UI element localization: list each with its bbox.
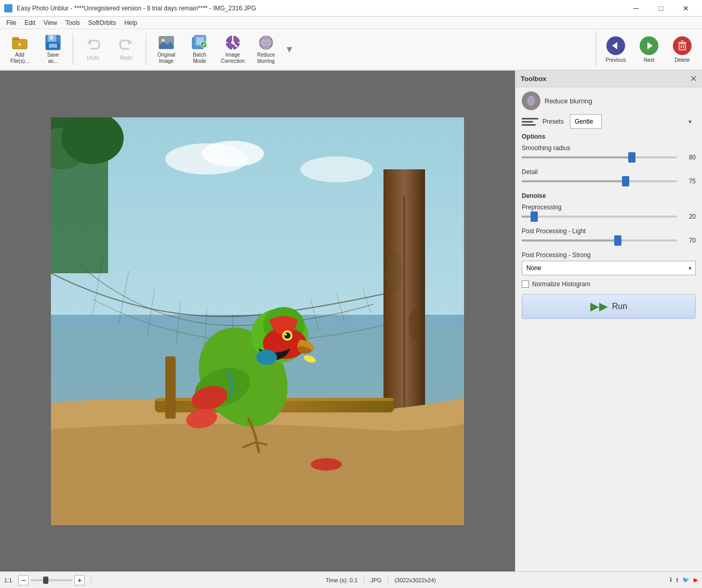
toolbar-more-icon[interactable]: ▼ — [285, 44, 294, 55]
post-strong-group: Post Processing - Strong None Light Medi… — [522, 251, 696, 275]
add-files-label: AddFile(s)... — [10, 52, 29, 64]
toolbox-header: Toolbox ✕ — [515, 71, 702, 87]
blur-icon — [258, 34, 274, 51]
smoothing-radius-group: Smoothing radius 80 — [522, 144, 696, 161]
normalize-checkbox[interactable] — [522, 280, 529, 288]
svg-point-36 — [300, 156, 373, 182]
youtube-icon[interactable]: ▶ — [694, 577, 698, 583]
presets-row: Presets Gentle Medium Strong Custom — [522, 114, 696, 129]
svg-point-71 — [284, 332, 290, 339]
toolbox-content: Reduce blurring Presets Gentle Medium St… — [515, 87, 702, 571]
undo-button[interactable]: Undo — [77, 32, 109, 67]
info-icon[interactable]: ℹ — [670, 577, 672, 583]
next-label: Next — [644, 57, 655, 63]
svg-point-45 — [386, 252, 402, 294]
denoise-label: Denoise — [522, 192, 696, 199]
photo-display — [51, 117, 464, 525]
main-area: Toolbox ✕ Reduce blurring — [0, 71, 702, 571]
smoothing-radius-track[interactable] — [522, 156, 677, 158]
redo-label: Redo — [120, 55, 133, 61]
next-button[interactable]: Next — [633, 32, 665, 67]
preprocessing-thumb[interactable] — [531, 211, 538, 222]
save-icon — [45, 34, 61, 51]
menu-help[interactable]: Help — [120, 17, 141, 29]
add-files-button[interactable]: + AddFile(s)... — [4, 32, 35, 67]
image-viewport[interactable] — [0, 71, 515, 571]
batch-mode-button[interactable]: ✓ BatchMode — [184, 32, 215, 67]
previous-icon — [606, 36, 625, 55]
folder-add-icon: + — [11, 34, 28, 51]
zoom-controls: − + — [18, 575, 85, 585]
detail-track[interactable] — [522, 180, 677, 182]
tool-name-label: Reduce blurring — [545, 97, 592, 105]
maximize-button[interactable]: □ — [649, 0, 673, 17]
original-icon — [158, 34, 175, 51]
delete-button[interactable]: Delete — [667, 32, 698, 67]
menu-file[interactable]: File — [2, 17, 20, 29]
minimize-button[interactable]: ─ — [624, 0, 648, 17]
preprocessing-group: Preprocessing 20 — [522, 204, 696, 220]
presets-select-wrapper[interactable]: Gentle Medium Strong Custom — [570, 114, 696, 129]
svg-point-46 — [408, 310, 421, 341]
svg-point-74 — [311, 458, 342, 471]
run-icon: ▶▶ — [590, 300, 608, 313]
svg-point-72 — [285, 333, 287, 336]
detail-thumb[interactable] — [622, 176, 629, 186]
post-light-value: 70 — [681, 237, 696, 244]
smoothing-radius-label: Smoothing radius — [522, 144, 696, 152]
detail-row: 75 — [522, 178, 696, 185]
post-light-track[interactable] — [522, 239, 677, 242]
preprocessing-track[interactable] — [522, 216, 677, 218]
run-button[interactable]: ▶▶ Run — [522, 294, 696, 319]
redo-icon — [118, 37, 135, 54]
preprocessing-row: 20 — [522, 213, 696, 220]
preprocessing-value: 20 — [681, 213, 696, 220]
original-image-label: OriginalImage — [157, 52, 175, 64]
post-strong-select-wrapper[interactable]: None Light Medium Strong — [522, 261, 696, 275]
menu-softorbits[interactable]: SoftOrbits — [84, 17, 120, 29]
toolbar: + AddFile(s)... Saveas... Undo — [0, 29, 702, 71]
svg-marker-26 — [647, 42, 653, 49]
smoothing-radius-value: 80 — [681, 154, 696, 161]
reduce-blurring-button[interactable]: Reduceblurring — [250, 32, 282, 67]
tool-header: Reduce blurring — [522, 91, 696, 110]
previous-button[interactable]: Previous — [600, 32, 631, 67]
post-strong-select[interactable]: None Light Medium Strong — [522, 261, 696, 275]
status-time-label: Time (s): 0.1 — [326, 577, 357, 583]
presets-select[interactable]: Gentle Medium Strong Custom — [570, 114, 602, 129]
image-correction-button[interactable]: ImageCorrection — [217, 32, 248, 67]
original-image-button[interactable]: OriginalImage — [151, 32, 182, 67]
svg-rect-27 — [679, 44, 685, 50]
title-bar: Easy Photo Unblur - ****Unregistered ver… — [0, 0, 702, 17]
facebook-icon[interactable]: f — [676, 577, 678, 583]
reduce-blurring-tool-icon — [522, 91, 540, 110]
svg-point-69 — [256, 350, 277, 365]
smoothing-radius-thumb[interactable] — [628, 152, 635, 163]
status-dimensions: (3022x3022x24) — [394, 577, 436, 583]
redo-button[interactable]: Redo — [111, 32, 142, 67]
detail-group: Detail 75 — [522, 168, 696, 185]
menu-view[interactable]: View — [39, 17, 61, 29]
save-as-button[interactable]: Saveas... — [37, 32, 69, 67]
close-button[interactable]: ✕ — [674, 0, 698, 17]
normalize-row: Normalize Histogram — [522, 280, 696, 288]
menu-tools[interactable]: Tools — [61, 17, 84, 29]
zoom-out-button[interactable]: − — [18, 575, 29, 585]
svg-marker-25 — [612, 42, 617, 49]
toolbox-close-button[interactable]: ✕ — [690, 74, 697, 84]
delete-icon — [673, 36, 692, 55]
zoom-slider[interactable] — [31, 579, 72, 581]
app-icon — [4, 4, 12, 12]
toolbar-nav: Previous Next Delete — [595, 32, 698, 67]
post-light-thumb[interactable] — [614, 235, 621, 246]
svg-point-76 — [528, 96, 534, 105]
previous-label: Previous — [606, 57, 626, 63]
zoom-in-button[interactable]: + — [74, 575, 85, 585]
undo-label: Undo — [87, 55, 99, 61]
post-strong-label: Post Processing - Strong — [522, 251, 696, 259]
svg-point-35 — [202, 141, 264, 167]
menu-edit[interactable]: Edit — [20, 17, 39, 29]
post-light-group: Post Processing - Light 70 — [522, 228, 696, 244]
status-separator-3 — [388, 575, 388, 585]
twitter-icon[interactable]: 🐦 — [682, 577, 690, 583]
